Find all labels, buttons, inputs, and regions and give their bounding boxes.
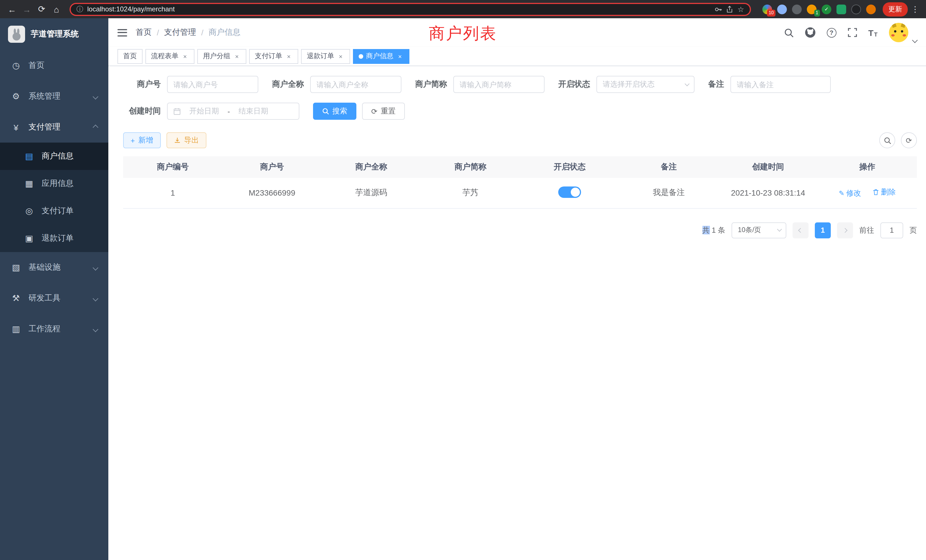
sidebar-item-workflow[interactable]: ▥ 工作流程 xyxy=(0,314,108,344)
tab-refund-order[interactable]: 退款订单 × xyxy=(301,49,350,64)
sidebar-item-label: 系统管理 xyxy=(29,91,86,101)
browser-back-icon[interactable]: ← xyxy=(6,3,18,15)
navbar-actions: ? TT xyxy=(784,23,917,42)
hamburger-icon[interactable] xyxy=(118,29,127,36)
refresh-icon-button[interactable]: ⟳ xyxy=(901,132,917,148)
sidebar-item-merchant-info[interactable]: ▤ 商户信息 xyxy=(0,142,108,170)
export-button[interactable]: 导出 xyxy=(166,132,206,148)
tab-pay-order[interactable]: 支付订单 × xyxy=(249,49,298,64)
user-avatar[interactable] xyxy=(889,23,908,42)
date-range-picker[interactable]: 开始日期 - 结束日期 xyxy=(167,103,300,120)
merchant-no-input[interactable] xyxy=(167,76,258,93)
browser-home-icon[interactable]: ⌂ xyxy=(50,3,63,15)
next-page-button[interactable] xyxy=(837,222,853,238)
font-size-large-glyph: T xyxy=(868,28,873,37)
bookmark-star-icon[interactable]: ☆ xyxy=(738,5,744,14)
font-size-icon[interactable]: TT xyxy=(868,28,878,37)
site-info-icon[interactable]: ⓘ xyxy=(76,4,83,14)
search-button[interactable]: 搜索 xyxy=(313,103,356,120)
chevron-left-icon xyxy=(798,228,803,233)
extension-green-note-icon[interactable] xyxy=(837,4,846,14)
delete-link[interactable]: 删除 xyxy=(872,187,896,198)
edit-link-label: 修改 xyxy=(846,188,861,199)
github-icon[interactable] xyxy=(805,27,815,38)
tab-home[interactable]: 首页 xyxy=(118,49,142,64)
download-icon xyxy=(174,137,180,144)
reset-button[interactable]: ⟳ 重置 xyxy=(362,103,405,120)
infrastructure-icon: ▧ xyxy=(11,262,21,272)
sidebar-item-app-info[interactable]: ▦ 应用信息 xyxy=(0,170,108,197)
date-separator: - xyxy=(227,107,230,115)
close-icon[interactable]: × xyxy=(337,53,344,60)
add-button[interactable]: + 新增 xyxy=(123,132,160,148)
sidebar-item-label: 首页 xyxy=(29,61,97,71)
gear-icon: ⚙ xyxy=(11,91,21,101)
col-merchant-name: 商户全称 xyxy=(322,156,421,178)
extension-dark-pin-icon[interactable] xyxy=(851,4,861,14)
browser-update-button[interactable]: 更新 xyxy=(883,2,908,16)
status-select[interactable]: 请选择开启状态 xyxy=(596,76,694,93)
add-button-label: 新增 xyxy=(138,135,153,145)
help-icon[interactable]: ? xyxy=(826,28,836,37)
browser-menu-icon[interactable]: ⋮ xyxy=(910,5,920,14)
app-logo[interactable]: 芋道管理系统 xyxy=(0,18,108,50)
sidebar-item-home[interactable]: ◷ 首页 xyxy=(0,50,108,81)
pagination-total-prefix: 共 xyxy=(702,226,710,234)
toggle-search-icon-button[interactable] xyxy=(879,132,895,148)
chevron-down-icon xyxy=(685,81,690,86)
address-bar[interactable]: ⓘ localhost:1024/pay/merchant ☆ xyxy=(70,3,751,16)
tab-flow-form[interactable]: 流程表单 × xyxy=(145,49,194,64)
toolbar-right: ⟳ xyxy=(879,132,917,148)
extension-gray-icon[interactable] xyxy=(792,4,802,14)
sidebar-item-infrastructure[interactable]: ▧ 基础设施 xyxy=(0,252,108,283)
page-number-1[interactable]: 1 xyxy=(815,222,831,238)
col-merchant-short: 商户简称 xyxy=(421,156,520,178)
merchant-short-input[interactable] xyxy=(453,76,545,93)
prev-page-button[interactable] xyxy=(793,222,808,238)
page-size-value: 10条/页 xyxy=(738,225,761,235)
page-size-select[interactable]: 10条/页 xyxy=(732,222,786,238)
close-icon[interactable]: × xyxy=(181,53,189,60)
tab-merchant-info[interactable]: 商户信息 × xyxy=(353,49,409,64)
tab-user-group[interactable]: 用户分组 × xyxy=(197,49,246,64)
sidebar-item-pay-order[interactable]: ◎ 支付订单 xyxy=(0,197,108,225)
close-icon[interactable]: × xyxy=(285,53,292,60)
chevron-down-icon xyxy=(93,295,98,301)
password-key-icon[interactable] xyxy=(715,5,722,13)
merchant-name-label: 商户全称 xyxy=(272,79,304,89)
sidebar-item-payment[interactable]: ¥ 支付管理 xyxy=(0,112,108,142)
remark-input[interactable] xyxy=(731,76,831,93)
yen-icon: ¥ xyxy=(11,122,21,132)
close-icon[interactable]: × xyxy=(233,53,241,60)
status-toggle[interactable] xyxy=(558,186,581,198)
browser-reload-icon[interactable]: ⟳ xyxy=(35,3,48,15)
edit-link[interactable]: ✎ 修改 xyxy=(839,188,861,199)
merchant-name-input[interactable] xyxy=(310,76,401,93)
calendar-icon xyxy=(173,107,181,115)
browser-toolbar: ← → ⟳ ⌂ ⓘ localhost:1024/pay/merchant ☆ … xyxy=(0,0,926,18)
app-grid-icon: ▦ xyxy=(24,179,34,189)
sidebar-item-devtools[interactable]: ⚒ 研发工具 xyxy=(0,283,108,314)
table-toolbar: + 新增 导出 xyxy=(123,132,917,148)
extension-green-check-icon[interactable]: ✓ xyxy=(822,4,831,14)
delete-link-label: 删除 xyxy=(881,187,896,198)
fullscreen-icon[interactable] xyxy=(847,28,857,37)
extension-colorful-icon[interactable]: 10 xyxy=(763,4,772,14)
breadcrumb-payment[interactable]: 支付管理 xyxy=(164,27,196,38)
share-icon[interactable] xyxy=(726,5,734,13)
filter-row-1: 商户号 商户全称 商户简称 开启状态 请选择开启状态 xyxy=(123,76,917,93)
search-icon[interactable] xyxy=(784,28,793,37)
extension-blue-drop-icon[interactable] xyxy=(777,4,787,14)
sidebar-item-system[interactable]: ⚙ 系统管理 xyxy=(0,81,108,112)
close-icon[interactable]: × xyxy=(396,53,404,60)
url-text[interactable]: localhost:1024/pay/merchant xyxy=(87,5,175,13)
tab-label: 支付订单 xyxy=(255,51,282,61)
extensions-cluster: 10 1 ✓ xyxy=(763,4,876,14)
avatar-caret-icon[interactable] xyxy=(912,37,918,43)
browser-profile-avatar[interactable] xyxy=(866,4,876,14)
browser-forward-icon[interactable]: → xyxy=(21,3,33,15)
breadcrumb-home[interactable]: 首页 xyxy=(136,27,152,38)
extension-orange-person-icon[interactable]: 1 xyxy=(807,4,817,14)
sidebar-item-refund-order[interactable]: ▣ 退款订单 xyxy=(0,225,108,252)
goto-page-input[interactable] xyxy=(881,222,903,238)
